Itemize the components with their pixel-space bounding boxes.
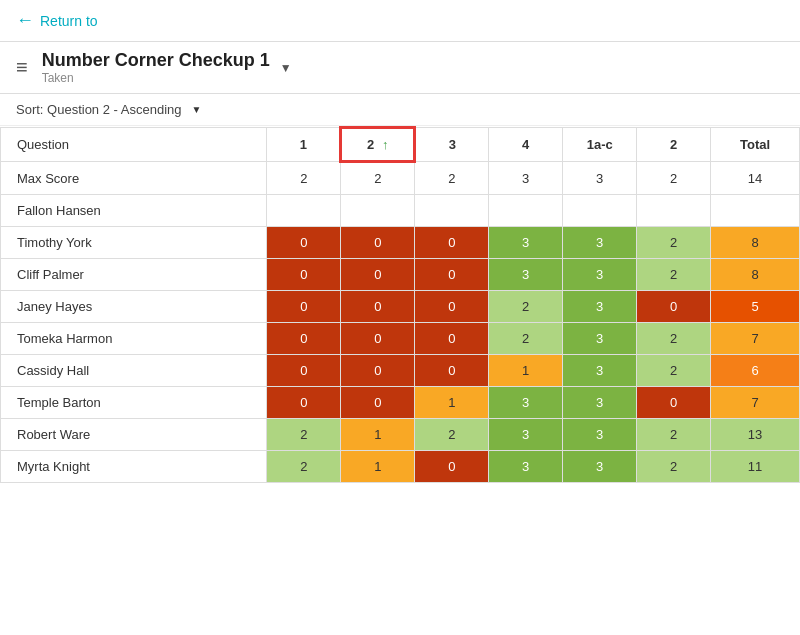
top-nav: ← Return to	[0, 0, 800, 42]
max-score-1ac: 3	[563, 162, 637, 195]
title-section: ≡ Number Corner Checkup 1 Taken ▼	[0, 42, 800, 94]
score-cell: 0	[267, 227, 341, 259]
max-score-4: 3	[489, 162, 563, 195]
max-score-2b: 2	[637, 162, 711, 195]
score-cell: 0	[341, 227, 415, 259]
score-cell: 3	[489, 259, 563, 291]
score-cell: 0	[267, 355, 341, 387]
score-cell: 3	[489, 419, 563, 451]
score-cell: 2	[267, 419, 341, 451]
col-header-4[interactable]: 4	[489, 128, 563, 162]
total-cell: 13	[711, 419, 800, 451]
score-cell: 2	[637, 419, 711, 451]
table-row: Myrta Knight 2 1 0 3 3 2 11	[1, 451, 800, 483]
total-cell: 8	[711, 259, 800, 291]
score-cell: 0	[267, 259, 341, 291]
score-cell: 3	[563, 291, 637, 323]
student-name: Temple Barton	[1, 387, 267, 419]
score-cell: 0	[415, 259, 489, 291]
sort-bar: Sort: Question 2 - Ascending ▼	[0, 94, 800, 126]
total-cell: 7	[711, 387, 800, 419]
score-cell: 2	[267, 451, 341, 483]
table-row: Robert Ware 2 1 2 3 3 2 13	[1, 419, 800, 451]
max-score-label: Max Score	[1, 162, 267, 195]
table-header-row: Question 1 2 ↑ 3 4 1a-c 2 Total	[1, 128, 800, 162]
score-cell: 0	[341, 291, 415, 323]
table-row: Cliff Palmer 0 0 0 3 3 2 8	[1, 259, 800, 291]
score-cell: 0	[415, 355, 489, 387]
score-cell: 0	[267, 323, 341, 355]
score-cell: 3	[563, 387, 637, 419]
max-score-total: 14	[711, 162, 800, 195]
score-cell: 0	[341, 323, 415, 355]
student-name: Janey Hayes	[1, 291, 267, 323]
max-score-1: 2	[267, 162, 341, 195]
score-cell: 0	[341, 259, 415, 291]
page-title: Number Corner Checkup 1	[42, 50, 270, 71]
score-cell: 1	[415, 387, 489, 419]
table-row: Timothy York 0 0 0 3 3 2 8	[1, 227, 800, 259]
back-arrow-icon: ←	[16, 10, 34, 31]
student-name: Cassidy Hall	[1, 355, 267, 387]
title-dropdown-arrow-icon[interactable]: ▼	[280, 61, 292, 75]
score-table: Question 1 2 ↑ 3 4 1a-c 2 Total Max Scor…	[0, 126, 800, 483]
student-name: Robert Ware	[1, 419, 267, 451]
total-cell: 8	[711, 227, 800, 259]
student-name: Cliff Palmer	[1, 259, 267, 291]
sort-up-arrow-icon: ↑	[382, 137, 389, 152]
sort-dropdown[interactable]: ▼	[187, 104, 201, 115]
score-cell: 0	[267, 291, 341, 323]
max-score-row: Max Score 2 2 2 3 3 2 14	[1, 162, 800, 195]
max-score-3: 2	[415, 162, 489, 195]
score-cell: 3	[563, 227, 637, 259]
sort-label: Sort: Question 2 - Ascending	[16, 102, 181, 117]
total-cell: 5	[711, 291, 800, 323]
score-cell: 2	[637, 323, 711, 355]
score-cell: 1	[489, 355, 563, 387]
score-cell: 1	[341, 419, 415, 451]
table-row: Tomeka Harmon 0 0 0 2 3 2 7	[1, 323, 800, 355]
col-header-2b[interactable]: 2	[637, 128, 711, 162]
hamburger-icon[interactable]: ≡	[16, 56, 28, 79]
student-name: Myrta Knight	[1, 451, 267, 483]
score-cell: 0	[415, 291, 489, 323]
score-cell: 0	[267, 387, 341, 419]
table-row: Temple Barton 0 0 1 3 3 0 7	[1, 387, 800, 419]
score-cell: 2	[489, 291, 563, 323]
col-header-1[interactable]: 1	[267, 128, 341, 162]
score-cell: 0	[341, 387, 415, 419]
score-cell: 3	[563, 259, 637, 291]
score-cell: 0	[341, 355, 415, 387]
score-cell: 2	[637, 259, 711, 291]
col-header-3[interactable]: 3	[415, 128, 489, 162]
return-link[interactable]: ← Return to	[16, 10, 98, 31]
score-cell: 0	[415, 227, 489, 259]
total-cell: 7	[711, 323, 800, 355]
col-header-2-sorted[interactable]: 2 ↑	[341, 128, 415, 162]
table-row: Fallon Hansen	[1, 195, 800, 227]
return-label: Return to	[40, 13, 98, 29]
sort-caret-icon: ▼	[191, 104, 201, 115]
score-cell: 3	[563, 451, 637, 483]
title-group: Number Corner Checkup 1 Taken	[42, 50, 270, 85]
score-cell: 0	[415, 323, 489, 355]
score-cell: 2	[415, 419, 489, 451]
score-cell: 1	[341, 451, 415, 483]
table-row: Janey Hayes 0 0 0 2 3 0 5	[1, 291, 800, 323]
student-name: Tomeka Harmon	[1, 323, 267, 355]
score-cell: 3	[489, 227, 563, 259]
col-header-1a-c[interactable]: 1a-c	[563, 128, 637, 162]
score-cell: 3	[563, 323, 637, 355]
col-header-total: Total	[711, 128, 800, 162]
subtitle: Taken	[42, 71, 270, 85]
total-cell: 11	[711, 451, 800, 483]
score-cell: 2	[489, 323, 563, 355]
score-cell: 2	[637, 355, 711, 387]
score-table-container: Question 1 2 ↑ 3 4 1a-c 2 Total Max Scor…	[0, 126, 800, 483]
score-cell: 2	[637, 451, 711, 483]
score-cell: 0	[637, 387, 711, 419]
score-cell: 0	[637, 291, 711, 323]
total-cell: 6	[711, 355, 800, 387]
table-row: Cassidy Hall 0 0 0 1 3 2 6	[1, 355, 800, 387]
score-cell: 3	[563, 419, 637, 451]
